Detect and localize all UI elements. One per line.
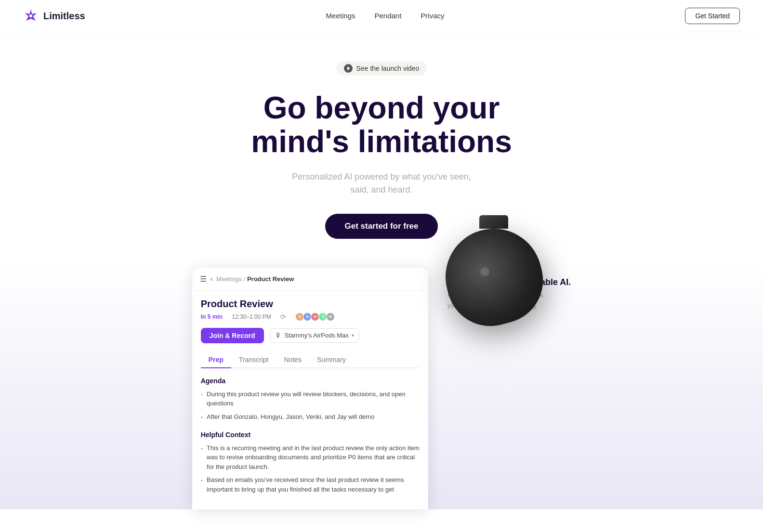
get-started-button[interactable]: Get Started	[685, 8, 740, 24]
tabs: Prep Transcript Notes Summary	[201, 352, 420, 368]
nav-pendant[interactable]: Pendant	[374, 12, 401, 20]
nav-links: Meetings Pendant Privacy	[326, 12, 445, 20]
refresh-icon: ⟳	[280, 313, 286, 321]
right-panel: The world's most wearable AI. Preserve c…	[428, 268, 571, 311]
pendant-highlight	[480, 266, 490, 277]
mic-icon: 🎙	[275, 332, 282, 339]
list-item: · Based on emails you've received since …	[201, 475, 420, 494]
bullet-dot: ·	[201, 443, 203, 454]
pendant-band	[479, 215, 508, 229]
launch-pill[interactable]: See the launch video	[336, 61, 427, 76]
app-card: ☰ ‹ Meetings / Product Review Product Re…	[192, 268, 428, 510]
agenda-title: Agenda	[201, 377, 420, 385]
back-icon[interactable]: ‹	[210, 275, 213, 283]
list-item: · This is a recurring meeting and in the…	[201, 443, 420, 472]
demo-section: ☰ ‹ Meetings / Product Review Product Re…	[0, 258, 763, 510]
join-record-button[interactable]: Join & Record	[201, 328, 264, 343]
chevron-down-icon: ▾	[352, 333, 354, 338]
tab-prep[interactable]: Prep	[201, 352, 231, 368]
participant-avatars: S G H J B	[295, 312, 335, 321]
breadcrumb: Meetings / Product Review	[216, 275, 294, 283]
agenda-list: · During this product review you will re…	[201, 389, 420, 423]
navbar: Limitless Meetings Pendant Privacy Get S…	[0, 0, 763, 32]
avatar-5: B	[326, 312, 335, 321]
launch-pill-text: See the launch video	[356, 65, 420, 72]
hero-title: Go beyond your mind's limitations	[251, 91, 512, 159]
mic-selector[interactable]: 🎙 Stammy's AirPods Max ▾	[270, 328, 359, 343]
logo[interactable]: Limitless	[23, 8, 85, 24]
helpful-context-title: Helpful Context	[201, 431, 420, 439]
pendant-body	[435, 218, 553, 336]
helpful-context-list: · This is a recurring meeting and in the…	[201, 443, 420, 494]
meeting-meta: In 5 min · 12:30–1:00 PM · ⟳ · S G H J B	[201, 312, 420, 321]
time-badge: In 5 min	[201, 313, 223, 320]
logo-text: Limitless	[43, 11, 85, 22]
hero-section: See the launch video Go beyond your mind…	[0, 32, 763, 258]
list-item: · After that Gonzalo, Hongyu, Jason, Ven…	[201, 412, 420, 423]
app-card-header: ☰ ‹ Meetings / Product Review	[192, 268, 428, 291]
hero-subtitle: Personalized AI powered by what you've s…	[285, 170, 478, 196]
bullet-dot: ·	[201, 475, 203, 486]
logo-icon	[23, 8, 39, 24]
tab-transcript[interactable]: Transcript	[231, 352, 276, 368]
nav-meetings[interactable]: Meetings	[326, 12, 355, 20]
nav-privacy[interactable]: Privacy	[421, 12, 444, 20]
tab-summary[interactable]: Summary	[309, 352, 354, 368]
app-card-body: Product Review In 5 min · 12:30–1:00 PM …	[192, 291, 428, 510]
bullet-dot: ·	[201, 412, 203, 423]
mic-label: Stammy's AirPods Max	[285, 332, 349, 339]
time-range: 12:30–1:00 PM	[232, 313, 271, 320]
play-icon	[344, 64, 353, 73]
menu-icon[interactable]: ☰	[200, 274, 207, 284]
meeting-title: Product Review	[201, 298, 420, 310]
svg-point-0	[29, 14, 32, 17]
list-item: · During this product review you will re…	[201, 389, 420, 408]
pendant-container	[446, 219, 542, 325]
tab-notes[interactable]: Notes	[276, 352, 310, 368]
hero-cta-button[interactable]: Get started for free	[325, 214, 437, 239]
bullet-dot: ·	[201, 389, 203, 401]
meeting-actions: Join & Record 🎙 Stammy's AirPods Max ▾	[201, 328, 420, 343]
